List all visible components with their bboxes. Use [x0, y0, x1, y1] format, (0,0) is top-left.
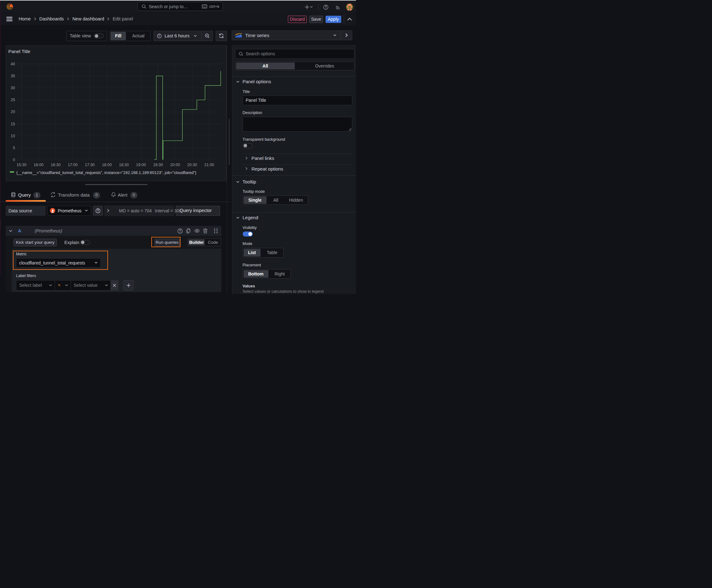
svg-text:30: 30	[11, 85, 15, 90]
svg-text:19:00: 19:00	[136, 163, 146, 167]
svg-text:40: 40	[11, 62, 15, 66]
svg-text:10: 10	[11, 133, 15, 138]
svg-text:17:00: 17:00	[68, 163, 78, 167]
svg-text:19:30: 19:30	[153, 163, 163, 167]
svg-text:5: 5	[13, 145, 15, 150]
svg-text:0: 0	[13, 158, 15, 162]
svg-text:17:30: 17:30	[85, 163, 94, 167]
svg-text:21:00: 21:00	[204, 163, 214, 167]
svg-text:18:30: 18:30	[119, 163, 129, 167]
svg-text:{__name__="cloudflared_tunnel_: {__name__="cloudflared_tunnel_total_requ…	[16, 170, 196, 175]
svg-text:25: 25	[11, 98, 15, 102]
svg-text:20: 20	[11, 110, 15, 114]
svg-text:16:30: 16:30	[51, 163, 61, 167]
svg-text:20:00: 20:00	[170, 163, 180, 167]
svg-text:15: 15	[11, 122, 15, 126]
svg-text:15:30: 15:30	[17, 163, 26, 167]
svg-text:18:00: 18:00	[102, 163, 112, 167]
svg-text:16:00: 16:00	[34, 163, 43, 167]
svg-text:35: 35	[11, 74, 15, 78]
svg-text:20:30: 20:30	[187, 163, 197, 167]
